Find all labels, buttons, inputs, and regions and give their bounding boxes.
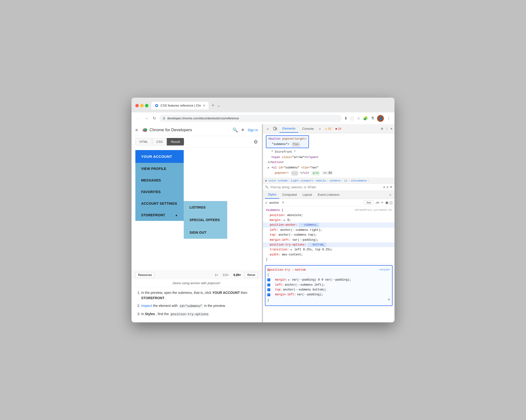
checkbox-margin[interactable]: ✓ <box>267 278 270 281</box>
error-icon: ■ <box>335 127 337 130</box>
code-preview-tabs: HTML CSS Result ⚙ <box>132 136 262 148</box>
search-icon[interactable]: 🔍 <box>233 127 238 133</box>
browser-tab-active[interactable]: CSS features reference | Chr ✕ <box>151 102 209 110</box>
position-try-rule-block: <style> @position-try --bottom { ✓ margi… <box>265 265 393 306</box>
storefront-item[interactable]: STOREFRONT ▲ <box>135 209 184 221</box>
css-prop-position-try-options: position-try-options: --bottom; <box>263 242 394 247</box>
cls-button[interactable]: .cls <box>375 201 379 204</box>
layout-view-icon[interactable]: ▣ <box>385 200 388 204</box>
tab-html[interactable]: HTML <box>135 138 152 145</box>
device-mode-icon[interactable] <box>272 125 278 132</box>
devtools-settings-icon[interactable]: ⚙ <box>381 127 383 130</box>
special-offers-item[interactable]: SPECIAL OFFERS <box>184 214 227 226</box>
devtools-panel: ⊹ Elements Console » ⚠ 92 ■ 24 <box>263 124 394 322</box>
bookmark-icon[interactable]: ☆ <box>357 116 360 120</box>
checkbox-left[interactable]: ✓ <box>267 283 270 286</box>
extension-icon[interactable]: 🧩 <box>363 116 368 120</box>
elements-tab[interactable]: Elements <box>279 125 298 133</box>
console-tab[interactable]: Console <box>299 125 317 132</box>
layout-tab[interactable]: Layout <box>300 191 315 198</box>
warning-icon: ⚠ <box>325 127 327 130</box>
resources-button[interactable]: Resources <box>135 272 154 278</box>
chrome-header: ≡ Chrome for Developers 🔍 ☀ <box>132 124 262 136</box>
tab-css[interactable]: CSS <box>152 138 167 145</box>
close-window-button[interactable] <box>135 104 139 107</box>
svg-point-2 <box>156 105 157 106</box>
view-profile-item[interactable]: VIEW PROFILE <box>135 163 184 174</box>
download-icon[interactable]: ⬇ <box>344 116 347 120</box>
chrome-logo-container: Chrome for Developers <box>141 127 192 133</box>
zoom-05x-button[interactable]: 0.5× <box>221 273 231 277</box>
html-line-storefront: " Storefront " <box>266 150 392 155</box>
breadcrumb-ul-submenu[interactable]: ul#submenu <box>351 179 367 182</box>
theme-toggle-icon[interactable]: ☀ <box>241 127 245 133</box>
color-palette-icon[interactable]: ◫ <box>389 200 393 204</box>
back-button[interactable]: ← <box>135 115 141 121</box>
preview-settings-icon[interactable]: ⚙ <box>253 139 258 145</box>
position-try-prop-margin: ✓ margin: ▶ var(--padding) 0 0 var(--pad… <box>267 277 390 282</box>
main-menu: VIEW PROFILE MESSAGES FAVORITES ACCOUNT … <box>135 163 184 221</box>
warning-count: 92 <box>328 127 331 130</box>
filter-input[interactable] <box>271 185 381 189</box>
filter-down-icon[interactable]: ∨ <box>386 185 389 189</box>
tab-chevron-icon[interactable]: ⌄ <box>217 103 220 108</box>
new-tab-button[interactable]: + <box>209 101 217 110</box>
filter-clear-icon[interactable]: ✕ <box>282 201 284 204</box>
selected-html-element[interactable]: <button popovertarget= "submenu"> flex <box>266 135 309 148</box>
position-try-open-brace: { <box>267 273 390 277</box>
breadcrumb-viewport[interactable]: color-scheme--light.viewport--mobile <box>269 179 326 182</box>
address-bar[interactable]: ⊙ developer.chrome.com/docs/devtools/css… <box>159 115 342 122</box>
zoom-025x-button[interactable]: 0.25× <box>232 273 243 277</box>
filter-close-icon[interactable]: ✕ <box>390 185 393 189</box>
your-account-button[interactable]: YOUR ACCOUNT <box>135 150 184 163</box>
add-style-rule-icon[interactable]: + <box>381 200 383 205</box>
main-content: ≡ Chrome for Developers 🔍 ☀ <box>132 124 394 322</box>
messages-item[interactable]: MESSAGES <box>135 174 184 186</box>
devtools-more-icon[interactable]: ⋮ <box>385 127 388 130</box>
zoom-1x-button[interactable]: 1× <box>213 273 220 277</box>
filter-up-icon[interactable]: ∧ <box>383 185 385 189</box>
css-prop-transition: transition: ▶ left 0.25s, top 0.25s; <box>266 247 392 252</box>
favorites-item[interactable]: FAVORITES <box>135 186 184 198</box>
more-menu-icon[interactable]: ⋮ <box>387 116 391 120</box>
lab-icon[interactable]: ⚗ <box>371 116 374 120</box>
breadcrumb-li[interactable]: li <box>344 179 347 182</box>
cast-icon[interactable]: ⬚ <box>350 116 354 120</box>
listings-item[interactable]: LISTINGS <box>184 201 227 214</box>
checkbox-margin-left[interactable]: ✓ <box>267 293 270 296</box>
account-settings-item[interactable]: ACCOUNT SETTINGS <box>135 198 184 209</box>
profile-avatar[interactable]: 👤 <box>377 115 384 122</box>
grid-badge: grid <box>311 171 320 176</box>
warning-badge: ⚠ 92 <box>323 126 333 131</box>
styles-tab[interactable]: Styles <box>265 191 279 199</box>
css-prop-left: left: anchor(--submenu right); <box>266 228 392 232</box>
computed-tab[interactable]: Computed <box>279 191 300 198</box>
hover-pseudo-button[interactable]: :hov <box>364 200 373 205</box>
styles-more-icon[interactable]: » <box>388 191 393 198</box>
breadcrumb-ul-menu[interactable]: ul#menu <box>329 179 341 182</box>
css-source: mdYdpOM?ani…pe=embed:46 <box>355 208 392 212</box>
menu-preview-area: YOUR ACCOUNT VIEW PROFILE MESSAGES FAVOR… <box>132 148 262 270</box>
reload-button[interactable]: ↻ <box>152 115 157 121</box>
more-tabs-icon[interactable]: » <box>318 125 322 132</box>
tab-close-icon[interactable]: ✕ <box>203 104 205 107</box>
inspect-element-icon[interactable]: ⊹ <box>265 125 271 132</box>
menu-wrapper: YOUR ACCOUNT VIEW PROFILE MESSAGES FAVOR… <box>135 150 258 239</box>
breadcrumb-back-icon[interactable]: ◀ <box>265 179 267 182</box>
profile-icon: 👤 <box>379 117 382 120</box>
devtools-end-icons: ⚙ ⋮ ✕ <box>381 127 393 130</box>
maximize-window-button[interactable] <box>145 104 148 107</box>
checkbox-top[interactable]: ✓ <box>267 288 270 291</box>
forward-button[interactable]: → <box>144 115 149 121</box>
devtools-close-icon[interactable]: ✕ <box>390 127 393 130</box>
signin-button[interactable]: Sign in <box>248 128 258 132</box>
minimize-window-button[interactable] <box>140 104 144 107</box>
rerun-button[interactable]: Rerun <box>245 272 258 278</box>
hamburger-menu-icon[interactable]: ≡ <box>135 128 138 133</box>
tab-result[interactable]: Result <box>167 138 184 145</box>
add-property-icon[interactable]: + <box>387 296 390 304</box>
inspect-link[interactable]: Inspect <box>141 304 152 308</box>
event-listeners-tab[interactable]: Event Listeners <box>315 191 342 198</box>
position-try-source[interactable]: <style> <box>379 268 390 272</box>
sign-out-item[interactable]: SIGN OUT <box>184 226 227 239</box>
